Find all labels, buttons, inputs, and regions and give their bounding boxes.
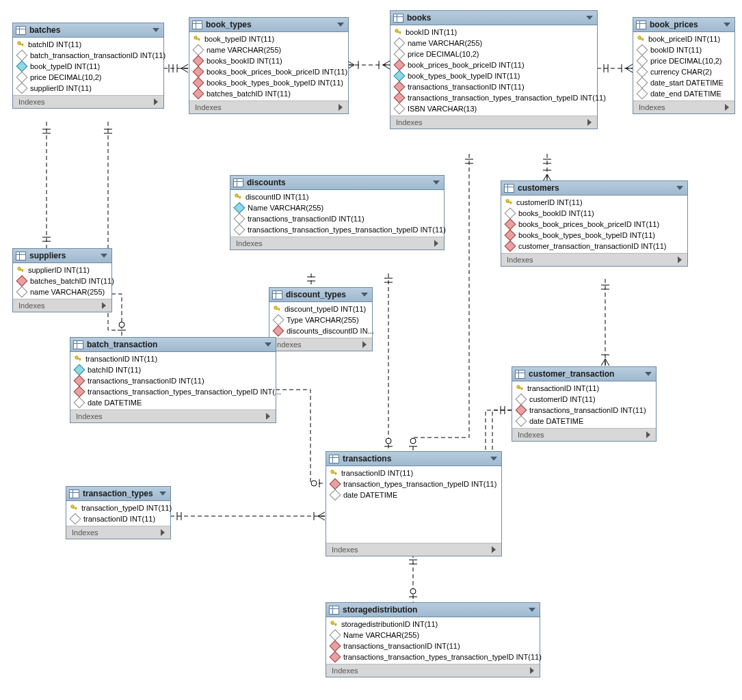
column-row[interactable]: date DATETIME: [326, 489, 501, 500]
column-row[interactable]: discounts_discountID IN...: [269, 325, 372, 336]
expand-arrow-icon[interactable]: [161, 529, 165, 536]
column-row[interactable]: currency CHAR(2): [633, 66, 734, 77]
collapse-arrow-icon[interactable]: [529, 608, 535, 612]
column-row[interactable]: transactions_transactionID INT(11): [390, 81, 597, 92]
column-row[interactable]: customerID INT(11): [512, 394, 656, 405]
column-row[interactable]: supplierID INT(11): [13, 83, 163, 94]
column-row[interactable]: batches_batchID INT(11): [13, 275, 111, 286]
column-row[interactable]: discountID INT(11): [230, 191, 444, 202]
column-row[interactable]: book_prices_book_priceID INT(11): [390, 59, 597, 70]
collapse-arrow-icon[interactable]: [265, 342, 271, 347]
column-row[interactable]: Name VARCHAR(255): [230, 202, 444, 213]
expand-arrow-icon[interactable]: [434, 240, 438, 247]
table-header[interactable]: transaction_types: [66, 487, 170, 501]
indexes-section[interactable]: Indexes: [501, 253, 687, 266]
indexes-section[interactable]: Indexes: [230, 237, 444, 250]
table-header[interactable]: book_prices: [633, 18, 734, 32]
table-books[interactable]: booksbookID INT(11)name VARCHAR(255)pric…: [390, 10, 598, 129]
expand-arrow-icon[interactable]: [530, 667, 534, 674]
indexes-section[interactable]: Indexes: [189, 100, 348, 113]
column-row[interactable]: batches_batchID INT(11): [189, 88, 348, 99]
table-transaction_types[interactable]: transaction_typestransaction_typeID INT(…: [66, 486, 171, 539]
column-row[interactable]: books_book_prices_book_priceID INT(11): [501, 219, 687, 230]
column-row[interactable]: transactionID INT(11): [512, 383, 656, 394]
column-row[interactable]: supplierID INT(11): [13, 265, 111, 275]
column-row[interactable]: book_typeID INT(11): [13, 61, 163, 72]
column-row[interactable]: name VARCHAR(255): [13, 286, 111, 297]
column-row[interactable]: transactionID INT(11): [66, 513, 170, 524]
collapse-arrow-icon[interactable]: [433, 180, 440, 185]
expand-arrow-icon[interactable]: [587, 119, 592, 126]
column-row[interactable]: books_bookID INT(11): [189, 55, 348, 66]
column-row[interactable]: bookID INT(11): [390, 27, 597, 38]
indexes-section[interactable]: Indexes: [326, 543, 501, 556]
indexes-section[interactable]: Indexes: [633, 100, 734, 113]
collapse-arrow-icon[interactable]: [159, 492, 166, 496]
indexes-section[interactable]: Indexes: [13, 95, 163, 108]
column-row[interactable]: price DECIMAL(10,2): [390, 49, 597, 59]
column-row[interactable]: transactions_transactionID INT(11): [326, 641, 540, 651]
expand-arrow-icon[interactable]: [492, 546, 496, 553]
column-row[interactable]: book_types_book_typeID INT(11): [390, 70, 597, 81]
table-header[interactable]: discounts: [230, 176, 444, 190]
column-row[interactable]: books_book_types_book_typeID INT(11): [501, 230, 687, 241]
column-row[interactable]: Name VARCHAR(255): [326, 630, 540, 641]
collapse-arrow-icon[interactable]: [586, 16, 593, 20]
table-customer_transaction[interactable]: customer_transactiontransactionID INT(11…: [512, 366, 657, 442]
indexes-section[interactable]: Indexes: [70, 409, 276, 422]
column-row[interactable]: date DATETIME: [512, 416, 656, 427]
collapse-arrow-icon[interactable]: [337, 23, 344, 27]
column-row[interactable]: date_end DATETIME: [633, 88, 734, 99]
indexes-section[interactable]: Indexes: [66, 526, 170, 539]
indexes-section[interactable]: Indexes: [512, 428, 656, 441]
collapse-arrow-icon[interactable]: [724, 23, 730, 27]
table-transactions[interactable]: transactionstransactionID INT(11)transac…: [326, 451, 502, 556]
expand-arrow-icon[interactable]: [678, 256, 682, 263]
expand-arrow-icon[interactable]: [339, 104, 343, 111]
indexes-section[interactable]: Indexes: [13, 299, 111, 312]
column-row[interactable]: Type VARCHAR(255): [269, 314, 372, 325]
expand-arrow-icon[interactable]: [154, 98, 158, 105]
collapse-arrow-icon[interactable]: [490, 457, 497, 461]
table-header[interactable]: storagedistribution: [326, 603, 540, 617]
table-header[interactable]: book_types: [189, 18, 348, 32]
table-customers[interactable]: customerscustomerID INT(11)books_bookID …: [501, 180, 688, 267]
column-row[interactable]: transactions_transaction_types_transacti…: [70, 386, 276, 397]
table-header[interactable]: customer_transaction: [512, 367, 656, 381]
table-batches[interactable]: batchesbatchID INT(11)batch_transaction_…: [12, 23, 164, 109]
table-header[interactable]: discount_types: [269, 288, 372, 302]
collapse-arrow-icon[interactable]: [645, 372, 652, 376]
column-row[interactable]: ISBN VARCHAR(13): [390, 103, 597, 114]
column-row[interactable]: transactions_transactionID INT(11): [70, 375, 276, 386]
expand-arrow-icon[interactable]: [102, 302, 106, 309]
column-row[interactable]: transactions_transactionID INT(11): [230, 213, 444, 224]
table-book_types[interactable]: book_typesbook_typeID INT(11)name VARCHA…: [189, 17, 349, 114]
column-row[interactable]: discount_typeID INT(11): [269, 304, 372, 314]
column-row[interactable]: customer_transaction_transactionID INT(1…: [501, 241, 687, 252]
expand-arrow-icon[interactable]: [725, 104, 729, 111]
column-row[interactable]: batchID INT(11): [13, 39, 163, 50]
collapse-arrow-icon[interactable]: [676, 186, 683, 190]
expand-arrow-icon[interactable]: [362, 341, 367, 348]
column-row[interactable]: name VARCHAR(255): [189, 44, 348, 55]
table-header[interactable]: transactions: [326, 452, 501, 466]
expand-arrow-icon[interactable]: [266, 413, 270, 420]
column-row[interactable]: customerID INT(11): [501, 197, 687, 208]
column-row[interactable]: transactions_transaction_types_transacti…: [390, 92, 597, 103]
column-row[interactable]: price DECIMAL(10,2): [633, 55, 734, 66]
collapse-arrow-icon[interactable]: [361, 293, 368, 297]
table-header[interactable]: customers: [501, 181, 687, 196]
column-row[interactable]: book_typeID INT(11): [189, 33, 348, 44]
column-row[interactable]: books_book_prices_book_priceID INT(11): [189, 66, 348, 77]
collapse-arrow-icon[interactable]: [153, 28, 159, 32]
table-suppliers[interactable]: supplierssupplierID INT(11)batches_batch…: [12, 248, 112, 312]
column-row[interactable]: book_priceID INT(11): [633, 33, 734, 44]
table-header[interactable]: books: [390, 11, 597, 25]
column-row[interactable]: transactionID INT(11): [326, 468, 501, 479]
column-row[interactable]: name VARCHAR(255): [390, 38, 597, 49]
column-row[interactable]: price DECIMAL(10,2): [13, 72, 163, 83]
column-row[interactable]: books_bookID INT(11): [501, 208, 687, 219]
column-row[interactable]: batch_transaction_transactionID INT(11): [13, 50, 163, 61]
column-row[interactable]: transactions_transactionID INT(11): [512, 405, 656, 416]
column-row[interactable]: transactions_transaction_types_transacti…: [326, 651, 540, 662]
